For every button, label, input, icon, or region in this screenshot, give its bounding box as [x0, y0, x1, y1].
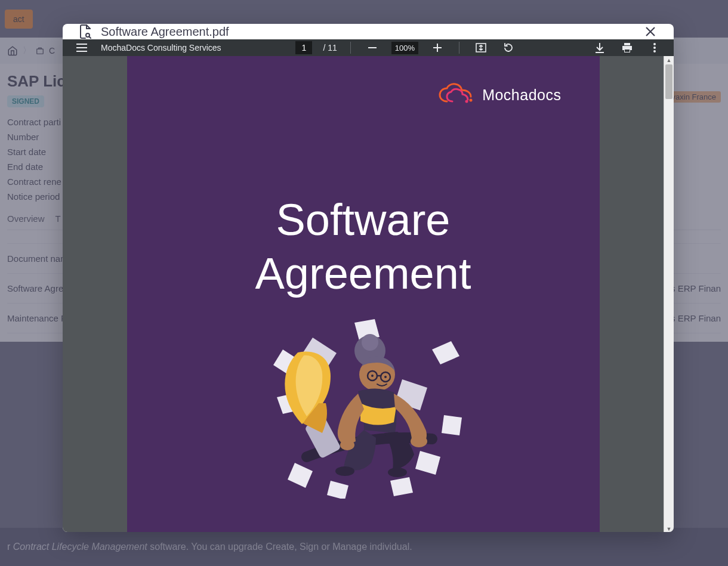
pdf-doc-name: MochaDocs Consulting Services: [101, 43, 221, 52]
close-icon: [645, 26, 656, 37]
print-icon: [622, 42, 633, 53]
modal-header: Software Agreement.pdf: [63, 24, 674, 39]
zoom-level[interactable]: 100%: [391, 42, 418, 54]
scroll-up-arrow[interactable]: ▲: [664, 56, 674, 64]
modal-title: Software Agreement.pdf: [101, 25, 229, 39]
toolbar-divider: [350, 42, 351, 54]
svg-rect-6: [625, 50, 630, 52]
zoom-in-button[interactable]: [429, 39, 446, 56]
svg-point-8: [653, 47, 656, 49]
svg-point-9: [653, 50, 656, 52]
cover-illustration: [247, 314, 480, 499]
svg-point-14: [362, 334, 378, 351]
rotate-icon: [503, 42, 514, 53]
svg-point-22: [335, 466, 354, 476]
plus-icon: [433, 44, 442, 52]
svg-point-19: [384, 376, 387, 378]
minus-icon: [368, 47, 377, 48]
page-separator: / 11: [323, 43, 337, 52]
cloud-logo-icon: [438, 82, 475, 107]
fit-page-icon: [476, 43, 486, 52]
zoom-out-button[interactable]: [364, 39, 381, 56]
svg-rect-4: [433, 47, 442, 48]
svg-point-11: [470, 99, 473, 102]
svg-point-18: [371, 375, 374, 377]
svg-point-23: [388, 468, 407, 477]
rotate-button[interactable]: [500, 39, 517, 56]
print-button[interactable]: [619, 39, 636, 56]
brand-logo: Mochadocs: [438, 82, 561, 107]
svg-rect-2: [368, 47, 377, 48]
scrollbar-thumb[interactable]: [665, 64, 673, 99]
svg-point-7: [653, 43, 656, 45]
scrollbar[interactable]: ▲ ▼: [664, 56, 674, 532]
pdf-preview-modal: Software Agreement.pdf MochaDocs Consult…: [63, 24, 674, 532]
close-button[interactable]: [643, 24, 658, 39]
svg-point-10: [465, 100, 468, 103]
download-icon: [595, 42, 604, 53]
fit-page-button[interactable]: [473, 39, 489, 56]
more-vert-icon: [653, 43, 656, 52]
menu-button[interactable]: [73, 39, 90, 56]
svg-point-20: [411, 435, 427, 447]
hamburger-icon: [76, 44, 87, 52]
pdf-page: Mochadocs SoftwareAgreement: [127, 56, 600, 532]
pdf-scroll-area[interactable]: Mochadocs SoftwareAgreement: [63, 56, 664, 532]
more-button[interactable]: [646, 39, 663, 56]
document-title: SoftwareAgreement: [127, 193, 600, 301]
brand-name: Mochadocs: [482, 86, 561, 104]
toolbar-divider: [459, 42, 459, 54]
download-button[interactable]: [591, 39, 608, 56]
svg-point-21: [340, 440, 354, 450]
pdf-viewport: Mochadocs SoftwareAgreement: [63, 56, 674, 532]
page-number-input[interactable]: [295, 41, 312, 54]
pdf-toolbar: MochaDocs Consulting Services / 11 100%: [63, 39, 674, 56]
file-search-icon: [78, 24, 92, 39]
